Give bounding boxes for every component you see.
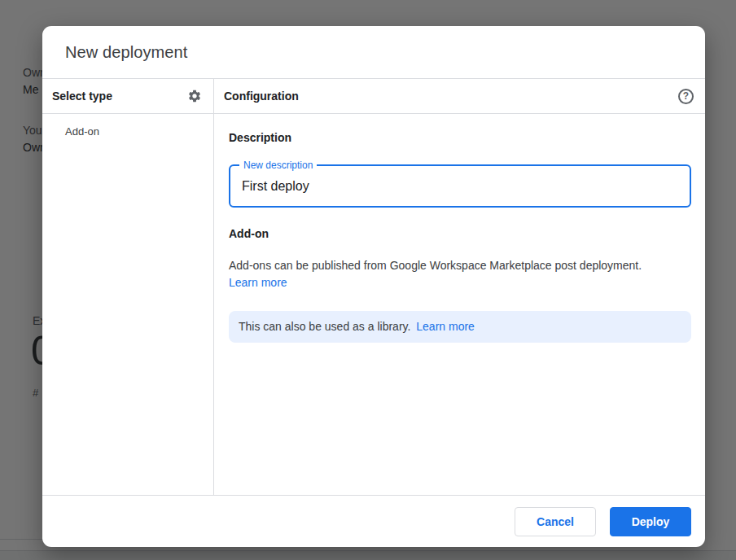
help-icon[interactable]: ?	[678, 89, 694, 104]
configuration-header: Configuration ?	[214, 79, 705, 114]
deploy-button[interactable]: Deploy	[610, 507, 691, 536]
configuration-header-label: Configuration	[224, 90, 299, 103]
settings-icon[interactable]	[187, 89, 202, 103]
new-deployment-dialog: New deployment Select type Add-on Config…	[42, 26, 705, 547]
addon-description-text: Add-ons can be published from Google Wor…	[229, 257, 691, 274]
configuration-body: Description New description Add-on Add-o…	[214, 114, 705, 343]
description-input[interactable]	[230, 166, 690, 206]
addon-learn-more-link[interactable]: Learn more	[229, 274, 287, 291]
configuration-panel: Configuration ? Description New descript…	[214, 79, 705, 495]
library-note-text: This can also be used as a library.	[239, 320, 410, 333]
addon-heading: Add-on	[229, 227, 691, 240]
screen: Owner Me You Owner Ex 0 # New deployment…	[0, 0, 736, 560]
select-type-header-label: Select type	[52, 90, 112, 103]
select-type-header: Select type	[42, 79, 213, 114]
library-learn-more-link[interactable]: Learn more	[416, 319, 475, 335]
library-note: This can also be used as a library. Lear…	[229, 311, 691, 343]
dialog-title: New deployment	[42, 26, 705, 79]
description-heading: Description	[229, 131, 691, 144]
dialog-main: Select type Add-on Configuration ? Descr…	[42, 79, 705, 495]
description-field-label: New description	[239, 160, 317, 171]
select-type-panel: Select type Add-on	[42, 79, 214, 495]
cancel-button[interactable]: Cancel	[515, 507, 596, 536]
description-field: New description	[229, 164, 691, 208]
dialog-footer: Cancel Deploy	[42, 495, 705, 547]
deployment-type-item-addon[interactable]: Add-on	[42, 114, 213, 148]
